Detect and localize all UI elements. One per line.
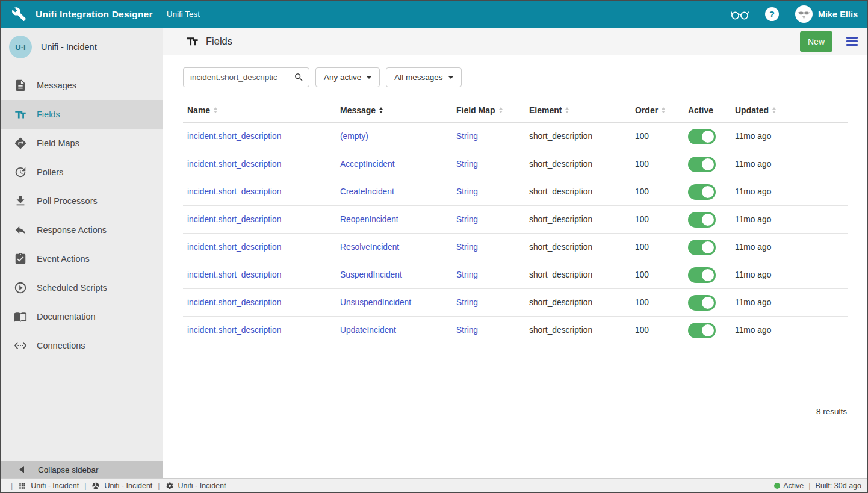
field-map-link[interactable]: String <box>456 243 478 252</box>
table-row: incident.short_description (empty) Strin… <box>183 123 848 150</box>
active-toggle[interactable] <box>688 212 716 228</box>
sort-icon <box>565 107 569 113</box>
updated-value: 11mo ago <box>731 298 848 307</box>
sidebar-item-response-actions[interactable]: Response Actions <box>1 215 163 244</box>
textfields-icon <box>14 108 27 121</box>
element-value: short_description <box>525 187 631 196</box>
order-value: 100 <box>631 132 684 141</box>
toggle-knob <box>702 324 714 336</box>
sidebar-item-event-actions[interactable]: Event Actions <box>1 244 163 273</box>
main-panel: Fields New Any active All messages <box>163 28 867 478</box>
hamburger-menu-icon[interactable] <box>845 34 859 48</box>
integration-avatar: U-I <box>9 36 32 58</box>
help-icon[interactable]: ? <box>765 7 779 21</box>
column-header-message[interactable]: Message <box>336 105 452 115</box>
element-value: short_description <box>525 298 631 307</box>
active-toggle[interactable] <box>688 267 716 283</box>
table-row: incident.short_description UpdateInciden… <box>183 317 848 344</box>
page-header: Fields New <box>163 28 867 55</box>
active-toggle[interactable] <box>688 129 716 144</box>
field-name-link[interactable]: incident.short_description <box>187 160 281 169</box>
field-map-link[interactable]: String <box>456 132 478 141</box>
sort-icon <box>662 107 665 113</box>
updated-value: 11mo ago <box>731 132 848 141</box>
column-header-updated[interactable]: Updated <box>731 105 848 115</box>
results-count: 8 results <box>183 407 848 416</box>
updated-value: 11mo ago <box>731 160 848 169</box>
field-name-link[interactable]: incident.short_description <box>187 326 281 335</box>
sidebar-item-documentation[interactable]: Documentation <box>1 302 163 331</box>
order-value: 100 <box>631 243 684 252</box>
message-link[interactable]: UnsuspendIncident <box>340 298 411 307</box>
toggle-knob <box>702 158 714 170</box>
message-link[interactable]: CreateIncident <box>340 187 394 196</box>
active-toggle[interactable] <box>688 323 716 338</box>
active-toggle[interactable] <box>688 184 716 200</box>
column-header-active[interactable]: Active <box>684 105 731 115</box>
column-header-field-map[interactable]: Field Map <box>452 105 525 115</box>
field-name-link[interactable]: incident.short_description <box>187 298 281 307</box>
page-title: Fields <box>206 36 232 47</box>
glasses-icon[interactable] <box>729 7 751 22</box>
filter-bar: Any active All messages <box>183 67 848 87</box>
table-row: incident.short_description ResolveIncide… <box>183 234 848 261</box>
order-value: 100 <box>631 326 684 335</box>
field-map-link[interactable]: String <box>456 326 478 335</box>
field-map-link[interactable]: String <box>456 160 478 169</box>
statusbar-app-item[interactable]: Unifi - Incident <box>152 482 226 490</box>
message-link[interactable]: ResolveIncident <box>340 243 399 252</box>
reply-icon <box>14 223 27 237</box>
field-map-link[interactable]: String <box>456 270 478 279</box>
integration-name: Unifi - Incident <box>41 42 97 52</box>
message-link[interactable]: AcceptIncident <box>340 160 395 169</box>
sidebar-item-poll-processors[interactable]: Poll Processors <box>1 187 163 215</box>
column-header-order[interactable]: Order <box>631 105 684 115</box>
message-link[interactable]: SuspendIncident <box>340 270 402 279</box>
avatar[interactable] <box>795 5 813 23</box>
status-bar: Unifi - Incident Unifi - Incident Unifi … <box>1 478 867 492</box>
element-value: short_description <box>525 243 631 252</box>
toggle-knob <box>702 241 714 253</box>
table-row: incident.short_description CreateInciden… <box>183 178 848 206</box>
toggle-knob <box>702 186 714 198</box>
active-toggle[interactable] <box>688 157 716 172</box>
statusbar-app-item[interactable]: Unifi - Incident <box>5 482 79 490</box>
active-toggle[interactable] <box>688 240 716 255</box>
field-map-link[interactable]: String <box>456 298 478 307</box>
field-name-link[interactable]: incident.short_description <box>187 243 281 252</box>
column-header-name[interactable]: Name <box>183 105 336 115</box>
active-toggle[interactable] <box>688 295 716 311</box>
sidebar-item-scheduled-scripts[interactable]: Scheduled Scripts <box>1 273 163 302</box>
search-button[interactable] <box>288 67 309 87</box>
field-name-link[interactable]: incident.short_description <box>187 270 281 279</box>
collapse-sidebar-button[interactable]: Collapse sidebar <box>1 461 163 478</box>
order-value: 100 <box>631 298 684 307</box>
message-link[interactable]: UpdateIncident <box>340 326 396 335</box>
active-filter-dropdown[interactable]: Any active <box>315 67 380 87</box>
messages-filter-dropdown[interactable]: All messages <box>386 67 461 87</box>
message-link[interactable]: (empty) <box>340 132 368 141</box>
sidebar-item-fields[interactable]: Fields <box>1 100 163 129</box>
field-name-link[interactable]: incident.short_description <box>187 132 281 141</box>
search-input[interactable] <box>183 67 288 87</box>
new-button[interactable]: New <box>800 31 832 52</box>
integration-header: U-I Unifi - Incident <box>1 28 163 58</box>
field-name-link[interactable]: incident.short_description <box>187 215 281 224</box>
user-name[interactable]: Mike Ellis <box>818 10 858 19</box>
message-link[interactable]: ReopenIncident <box>340 215 398 224</box>
sort-icon <box>214 107 217 113</box>
field-map-link[interactable]: String <box>456 215 478 224</box>
sidebar-item-pollers[interactable]: Pollers <box>1 158 163 187</box>
statusbar-apps: Unifi - Incident Unifi - Incident Unifi … <box>5 482 226 490</box>
sidebar-item-connections[interactable]: Connections <box>1 331 163 360</box>
field-map-link[interactable]: String <box>456 187 478 196</box>
column-header-element[interactable]: Element <box>525 105 631 115</box>
sidebar-item-field-maps[interactable]: Field Maps <box>1 129 163 158</box>
statusbar-app-item[interactable]: Unifi - Incident <box>79 482 152 490</box>
search-icon <box>294 72 304 82</box>
sidebar-item-messages[interactable]: Messages <box>1 71 163 100</box>
element-value: short_description <box>525 215 631 224</box>
field-name-link[interactable]: incident.short_description <box>187 187 281 196</box>
element-value: short_description <box>525 270 631 279</box>
updated-value: 11mo ago <box>731 243 848 252</box>
